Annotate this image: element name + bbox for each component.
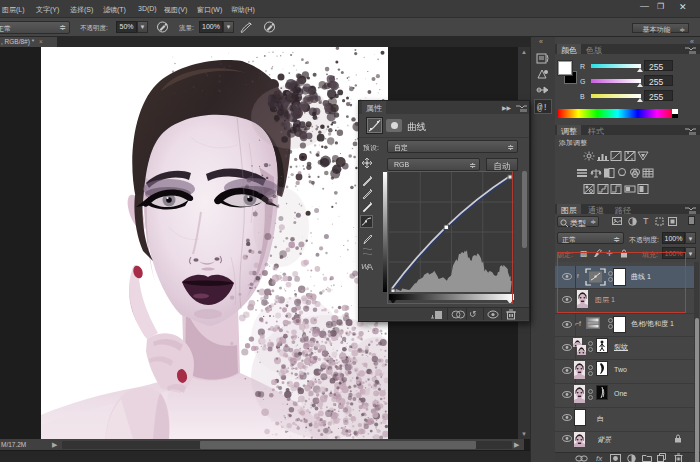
svg-text:A: A xyxy=(367,262,373,271)
svg-text:@!: @! xyxy=(537,103,548,113)
